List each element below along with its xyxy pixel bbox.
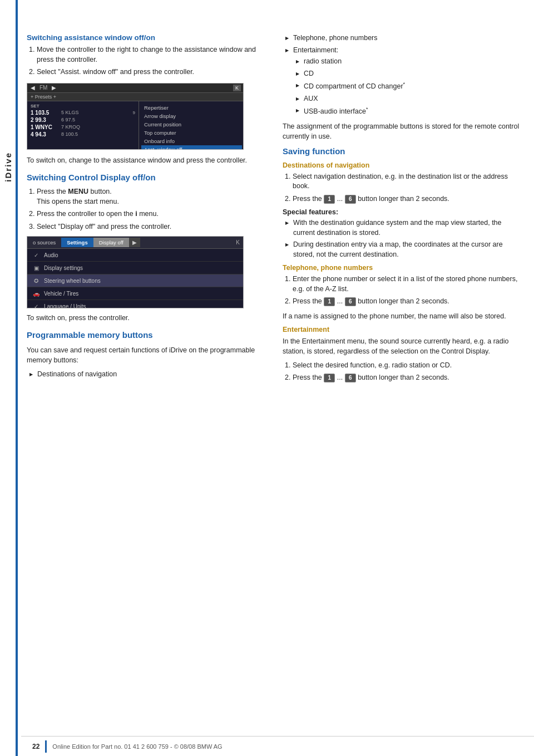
ent-cd: CD [296, 69, 523, 79]
entertainment-intro: In the Entertainment menu, the sound sou… [283, 336, 523, 356]
radio-source: FM [39, 85, 47, 91]
vehicle-icon: 🚗 [32, 289, 41, 298]
display-icon: ▣ [32, 263, 41, 272]
set-label: SET [31, 104, 135, 109]
tel-step-2: Press the 1 ... 6 button longer than 2 s… [293, 297, 523, 307]
section-programmable: Programmable memory buttons You can save… [27, 330, 266, 379]
radio-row-1: 1 103.5 5 KLGS 9 [31, 110, 135, 116]
tel-step-1: Enter the phone number or select it in a… [293, 274, 523, 294]
blue-bar [16, 0, 18, 756]
cd-steps: Press the MENU button.This opens the sta… [37, 187, 266, 232]
cd-step-2: Press the controller to open the i menu. [37, 209, 266, 219]
radio-row-2: 2 99.3 6 97.5 [31, 117, 135, 123]
settings-menu-list: ✓ Audio ▣ Display settings ✪ Steering wh… [27, 249, 243, 308]
menu-top-computer: Top computer [141, 129, 242, 137]
audio-icon: ✓ [32, 251, 41, 259]
destinations-steps: Select navigation destination, e.g. in t… [293, 172, 523, 204]
page-container: iDrive Switching assistance window off/o… [0, 0, 534, 756]
footer: 22 Online Edition for Part no. 01 41 2 6… [21, 736, 534, 756]
cd-step-3: Select "Display off" and press the contr… [37, 222, 266, 232]
section-control-display: Switching Control Display off/on Press t… [27, 172, 266, 323]
assistance-step-1: Move the controller to the right to chan… [37, 45, 266, 65]
btn1-dest: 1 [324, 195, 335, 204]
entertainment-subtitle: Entertainment [283, 326, 523, 333]
feature-2: During destination entry via a map, the … [285, 240, 523, 259]
special-features-list: With the destination guidance system and… [285, 218, 523, 259]
menu-arrow: Arrow display [141, 112, 242, 120]
sources-tab: o sources [27, 238, 61, 247]
menu-bold: MENU [68, 188, 88, 195]
language-icon: ✓ [32, 302, 41, 308]
menu-asst-window: Asst. window off [141, 145, 242, 150]
asterisk1: * [403, 81, 406, 87]
telephone-steps: Enter the phone number or select it in a… [293, 274, 523, 307]
radio-arrow-left: ◀ [31, 85, 35, 91]
destinations-subtitle: Destinations of navigation [283, 161, 523, 169]
main-content: Switching assistance window off/on Move … [21, 0, 534, 756]
settings-screenshot: o sources Settings Display off ▶ K ✓ Aud… [27, 236, 244, 308]
footer-divider [45, 740, 47, 753]
ent-step-2: Press the 1 ... 6 button longer than 2 s… [293, 373, 523, 383]
btn6-dest: 6 [345, 195, 356, 204]
cd-note: To switch on, press the controller. [27, 313, 266, 323]
radio-preset-bar: + Presets + [27, 93, 244, 101]
radio-settings-btn: K [233, 85, 241, 91]
stored-note: The assignment of the programmable butto… [283, 121, 523, 141]
programmable-intro: You can save and request certain functio… [27, 345, 266, 365]
menu-onboard: Onboard info [141, 137, 242, 145]
cd-step-1: Press the MENU button.This opens the sta… [37, 187, 266, 207]
section-cd-title: Switching Control Display off/on [27, 172, 266, 183]
radio-row-3: 1 WNYC 7 KROQ [31, 124, 135, 130]
special-features-label: Special features: [283, 208, 523, 216]
radio-row-4: 4 94.3 8 100.5 [31, 131, 135, 138]
display-off-tab: Display off [93, 238, 129, 247]
dest-step-1: Select navigation destination, e.g. in t… [293, 172, 523, 192]
ent-aux: AUX [296, 94, 523, 104]
btn6-tel: 6 [345, 297, 356, 306]
assistance-step-2: Select "Assist. window off" and press th… [37, 67, 266, 77]
btn6-ent: 6 [345, 374, 356, 382]
ent-radio: radio station [296, 57, 523, 67]
dest-step-2: Press the 1 ... 6 button longer than 2 s… [293, 194, 523, 204]
settings-tab: Settings [61, 238, 93, 247]
btn1-tel: 1 [324, 297, 335, 306]
ent-usb: USB-audio interface* [296, 106, 523, 117]
radio-screenshot: ◀ FM ▶ K + Presets + SET 1 [27, 83, 244, 150]
saving-function: Saving function Destinations of navigati… [283, 146, 523, 383]
assistance-note: To switch on, change to the assistance w… [27, 155, 266, 165]
section-assistance-title: Switching assistance window off/on [27, 33, 266, 42]
steering-item: ✪ Steering wheel buttons [27, 274, 243, 287]
radio-arrow-right: ▶ [52, 85, 56, 91]
left-column: Switching assistance window off/on Move … [21, 33, 277, 734]
play-tab: ▶ [129, 238, 140, 247]
btn1-ent: 1 [324, 374, 335, 382]
radio-stations: SET 1 103.5 5 KLGS 9 2 99.3 6 97.5 [27, 101, 139, 150]
display-settings-item: ▣ Display settings [27, 262, 243, 274]
radio-menu: Repertiser Arrow display Current positio… [139, 101, 244, 150]
right-item-entertainment: Entertainment: radio station CD CD compa… [285, 46, 523, 117]
ent-step-1: Select the desired function, e.g. radio … [293, 361, 523, 371]
i-bold: i [135, 210, 137, 218]
destinations-section: Destinations of navigation Select naviga… [283, 161, 523, 260]
steering-icon: ✪ [32, 276, 41, 285]
programmable-item-destinations: Destinations of navigation [29, 370, 266, 380]
right-column: Telephone, phone numbers Entertainment: … [277, 33, 534, 734]
idrive-text: iDrive [3, 152, 13, 182]
menu-repertiser: Repertiser [141, 104, 242, 112]
entertainment-section: Entertainment In the Entertainment menu,… [283, 326, 523, 383]
telephone-subtitle: Telephone, phone numbers [283, 264, 523, 272]
section-assistance: Switching assistance window off/on Move … [27, 33, 266, 165]
programmable-list: Destinations of navigation [29, 370, 266, 380]
settings-top-bar: o sources Settings Display off ▶ K [27, 237, 243, 249]
settings-arrow: K [233, 239, 243, 246]
entertainment-steps: Select the desired function, e.g. radio … [293, 361, 523, 383]
sidebar-label: iDrive [0, 111, 16, 223]
feature-1: With the destination guidance system and… [285, 218, 523, 238]
footer-text: Online Edition for Part no. 01 41 2 600 … [52, 743, 222, 750]
saving-function-title: Saving function [283, 146, 523, 157]
entertainment-subitems: radio station CD CD compartment of CD ch… [296, 57, 523, 117]
telephone-note: If a name is assigned to the phone numbe… [283, 311, 523, 321]
page-number: 22 [32, 743, 39, 750]
language-item: ✓ Language / Units [27, 300, 243, 308]
ent-cd-changer: CD compartment of CD changer* [296, 81, 523, 92]
